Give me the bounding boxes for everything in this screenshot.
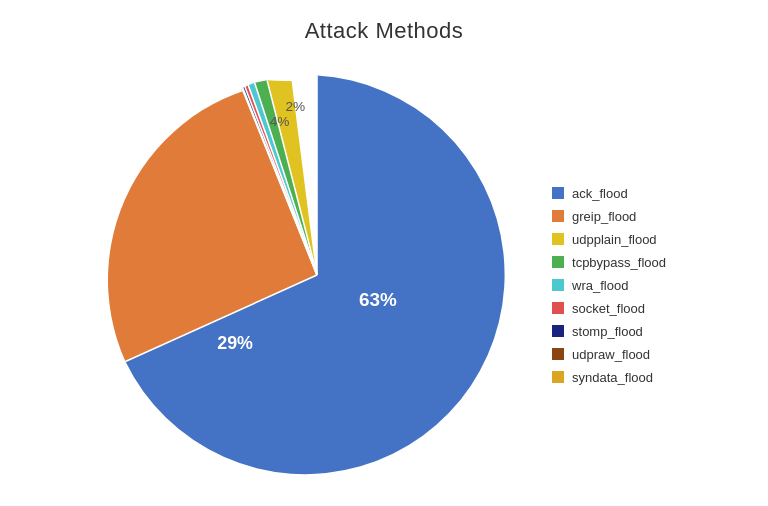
legend-label-greip-flood: greip_flood [572,209,636,224]
label-tcpbypass-flood: 2% [286,99,306,114]
chart-title: Attack Methods [305,18,464,44]
legend-item-greip-flood: greip_flood [552,209,666,224]
legend-color-socket-flood [552,302,564,314]
legend-label-socket-flood: socket_flood [572,301,645,316]
legend-item-stomp-flood: stomp_flood [552,324,666,339]
chart-body: 63% 29% 4% 2% ack_flood greip_flood udpp… [10,54,758,496]
legend-color-tcpbypass-flood [552,256,564,268]
legend-label-stomp-flood: stomp_flood [572,324,643,339]
legend-color-udpplain-flood [552,233,564,245]
legend-color-stomp-flood [552,325,564,337]
chart-container: Attack Methods [0,0,768,506]
legend-color-syndata-flood [552,371,564,383]
legend-label-udpraw-flood: udpraw_flood [572,347,650,362]
legend-label-wra-flood: wra_flood [572,278,628,293]
legend-color-ack-flood [552,187,564,199]
legend-item-syndata-flood: syndata_flood [552,370,666,385]
legend-color-wra-flood [552,279,564,291]
legend-label-ack-flood: ack_flood [572,186,628,201]
legend-color-udpraw-flood [552,348,564,360]
legend-item-socket-flood: socket_flood [552,301,666,316]
chart-legend: ack_flood greip_flood udpplain_flood tcp… [552,186,666,385]
label-greip-flood: 29% [217,333,253,353]
legend-label-udpplain-flood: udpplain_flood [572,232,657,247]
legend-item-ack-flood: ack_flood [552,186,666,201]
legend-label-syndata-flood: syndata_flood [572,370,653,385]
legend-item-wra-flood: wra_flood [552,278,666,293]
label-udpplain-flood: 4% [270,114,290,129]
pie-chart: 63% 29% 4% 2% [102,65,532,485]
legend-item-udpraw-flood: udpraw_flood [552,347,666,362]
legend-color-greip-flood [552,210,564,222]
label-ack-flood: 63% [359,290,397,311]
legend-label-tcpbypass-flood: tcpbypass_flood [572,255,666,270]
legend-item-udpplain-flood: udpplain_flood [552,232,666,247]
legend-item-tcpbypass-flood: tcpbypass_flood [552,255,666,270]
